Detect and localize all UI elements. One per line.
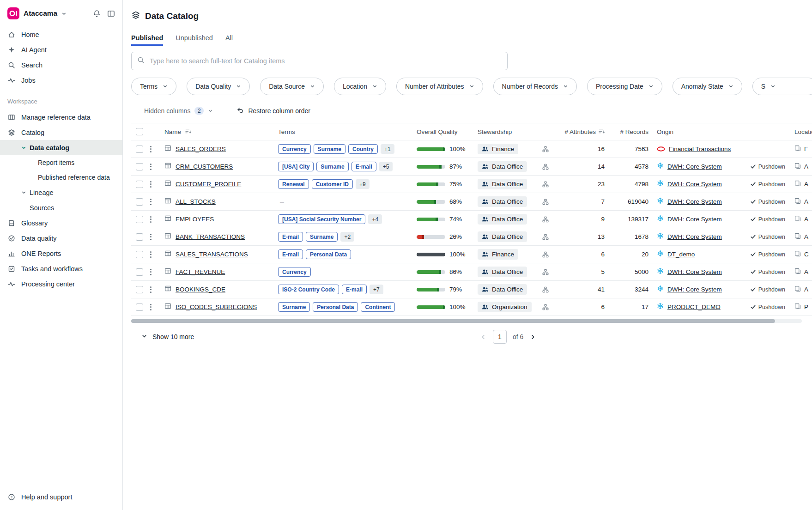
term-chip[interactable]: Surname [278,302,310,312]
hierarchy-icon[interactable] [542,269,549,275]
catalog-item-link[interactable]: SALES_ORDERS [176,146,226,152]
collapse-sidebar-icon[interactable] [107,10,115,18]
tab-published[interactable]: Published [131,34,163,46]
catalog-item-link[interactable]: BOOKINGS_CDE [176,286,225,293]
catalog-item-link[interactable]: ISO_CODES_SUBREGIONS [176,304,257,310]
filter-chip-terms[interactable]: Terms [131,78,176,95]
term-chip[interactable]: E-mail [342,285,367,294]
sidebar-item-report-items[interactable]: Report items [0,155,122,170]
help-and-support[interactable]: ? Help and support [0,487,122,510]
term-chip[interactable]: E-mail [351,162,376,171]
row-checkbox[interactable] [136,181,143,188]
col-header-location[interactable]: Location [792,123,812,140]
col-header-terms[interactable]: Terms [274,123,413,140]
row-checkbox[interactable] [136,304,143,311]
origin-link[interactable]: DWH: Core System [667,163,722,170]
sidebar-item-data-catalog[interactable]: Data catalog [0,140,122,155]
catalog-item-link[interactable]: ALL_STOCKS [176,198,216,205]
stewardship-chip[interactable]: Data Office [478,214,527,225]
sort-icon[interactable] [185,128,191,135]
notifications-bell-icon[interactable] [93,10,101,18]
row-checkbox[interactable] [136,233,143,241]
hierarchy-icon[interactable] [542,181,549,188]
term-chip[interactable]: Personal Data [313,302,358,312]
origin-link[interactable]: DWH: Core System [667,233,722,240]
row-kebab-menu-button[interactable] [148,249,154,260]
catalog-item-link[interactable]: BANK_TRANSACTIONS [176,233,245,240]
term-chip[interactable]: Surname [314,144,345,154]
row-kebab-menu-button[interactable] [148,302,154,313]
filter-chip-anomaly-state[interactable]: Anomaly State [673,78,742,95]
origin-link[interactable]: DWH: Core System [667,216,722,223]
restore-column-order-button[interactable]: Restore column order [234,106,313,116]
term-chip[interactable]: Country [348,144,378,154]
hierarchy-icon[interactable] [542,304,549,310]
sidebar-item-one-reports[interactable]: ONE Reports [0,246,122,261]
tab-unpublished[interactable]: Unpublished [176,34,213,46]
chevron-down-icon[interactable] [21,189,26,196]
sidebar-item-glossary[interactable]: Glossary [0,215,122,231]
stewardship-chip[interactable]: Data Office [478,267,527,277]
sidebar-item-published-reference-data[interactable]: Published reference data [0,170,122,185]
search-input[interactable] [149,57,502,65]
row-kebab-menu-button[interactable] [148,161,154,172]
hidden-columns-dropdown[interactable]: Hidden columns 2 [144,107,213,115]
hierarchy-icon[interactable] [542,216,549,223]
hierarchy-icon[interactable] [542,251,549,258]
row-kebab-menu-button[interactable] [148,231,154,243]
stewardship-chip[interactable]: Data Office [478,179,527,189]
term-chip[interactable]: Surname [306,232,338,242]
origin-link[interactable]: Financial Transactions [669,146,731,152]
col-header-quality[interactable]: Overall Quality [413,123,473,140]
row-kebab-menu-button[interactable] [148,196,154,207]
row-kebab-menu-button[interactable] [148,267,154,278]
row-kebab-menu-button[interactable] [148,144,154,155]
scrollbar-thumb[interactable] [131,319,775,323]
chevron-down-icon[interactable] [21,144,26,152]
term-chip[interactable]: E-mail [278,249,303,259]
filter-chip-data-source[interactable]: Data Source [260,78,324,95]
term-chip[interactable]: Customer ID [312,179,353,189]
sidebar-item-data-quality[interactable]: Data quality [0,231,122,246]
more-terms-chip[interactable]: +4 [368,214,382,224]
sidebar-item-catalog[interactable]: Catalog [0,125,122,140]
show-more-button[interactable]: Show 10 more [139,333,197,341]
row-checkbox[interactable] [136,286,143,293]
origin-link[interactable]: DWH: Core System [667,181,722,188]
row-checkbox[interactable] [136,251,143,258]
origin-link[interactable]: DWH: Core System [667,286,722,293]
sidebar-item-tasks-and-workflows[interactable]: Tasks and workflows [0,261,122,276]
stewardship-chip[interactable]: Data Office [478,161,527,172]
filter-chip-number-of-attributes[interactable]: Number of Attributes [396,78,483,95]
term-chip[interactable]: Currency [278,267,311,277]
sidebar-item-ai-agent[interactable]: AI Agent [0,42,122,57]
next-page-button[interactable] [529,333,536,341]
filter-chip-data-quality[interactable]: Data Quality [187,78,250,95]
sidebar-item-search[interactable]: Search [0,57,122,73]
term-chip[interactable]: ISO-2 Country Code [278,285,339,294]
origin-link[interactable]: DT_demo [667,251,695,258]
row-checkbox[interactable] [136,146,143,153]
stewardship-chip[interactable]: Finance [478,144,518,154]
horizontal-scrollbar[interactable] [131,319,802,323]
row-checkbox[interactable] [136,198,143,206]
filter-chip-location[interactable]: Location [334,78,386,95]
more-terms-chip[interactable]: +9 [356,179,370,189]
term-chip[interactable]: [USA] Social Security Number [278,214,365,224]
catalog-item-link[interactable]: CUSTOMER_PROFILE [176,181,241,188]
sidebar-item-home[interactable]: Home [0,27,122,42]
col-header-attributes[interactable]: # Attributes [556,123,609,140]
sidebar-item-jobs[interactable]: Jobs [0,73,122,88]
term-chip[interactable]: Renewal [278,179,309,189]
stewardship-chip[interactable]: Data Office [478,196,527,207]
col-header-stewardship[interactable]: Stewardship [473,123,556,140]
hierarchy-icon[interactable] [542,286,549,293]
origin-link[interactable]: DWH: Core System [667,268,722,275]
tab-all[interactable]: All [225,34,233,46]
term-chip[interactable]: [USA] City [278,162,314,171]
catalog-item-link[interactable]: SALES_TRANSACTIONS [176,251,248,258]
stewardship-chip[interactable]: Finance [478,249,518,260]
more-terms-chip[interactable]: +7 [370,285,383,294]
sidebar-item-manage-reference-data[interactable]: Manage reference data [0,109,122,125]
filter-chip-s[interactable]: S [752,78,812,95]
